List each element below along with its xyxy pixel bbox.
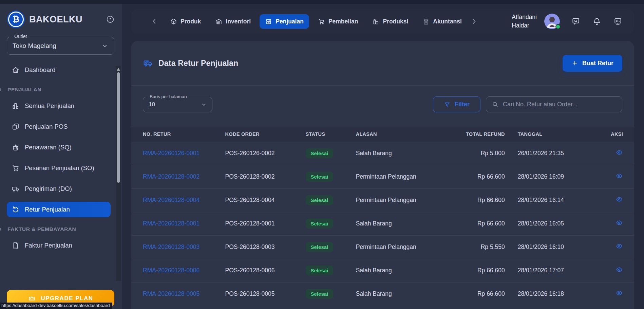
feedback-chat-icon[interactable] bbox=[571, 17, 580, 26]
returns-table-body: RMA-20260126-0001 POS-260126-0002 Selesa… bbox=[131, 142, 634, 306]
sidebar-item-faktur-penjualan[interactable]: Faktur Penjualan bbox=[7, 238, 111, 253]
view-detail-eye-icon[interactable] bbox=[615, 172, 623, 180]
header-no-retur: NO. RETUR bbox=[131, 127, 222, 142]
chevron-left-icon[interactable] bbox=[150, 17, 158, 25]
view-detail-eye-icon[interactable] bbox=[615, 266, 623, 273]
invoice-file-icon bbox=[12, 241, 20, 250]
chevron-down-icon bbox=[101, 42, 109, 50]
bakoelku-logo-icon: ₿ bbox=[8, 12, 24, 27]
outlet-select[interactable]: Outlet Toko Magelang bbox=[7, 37, 114, 55]
order-code-cell: POS-260128-0004 bbox=[222, 188, 302, 212]
factory-icon bbox=[372, 18, 379, 25]
total-refund-cell: Rp 5.000 bbox=[455, 142, 508, 165]
total-refund-cell: Rp 66.600 bbox=[455, 212, 508, 235]
sidebar-item-penawaran-sq[interactable]: Penawaran (SQ) bbox=[7, 140, 111, 155]
date-cell: 28/01/2026 16:18 bbox=[508, 282, 599, 306]
sidebar-item-label: Pengiriman (DO) bbox=[25, 185, 72, 193]
tab-label: Produksi bbox=[383, 18, 408, 25]
retur-number-link[interactable]: RMA-20260126-0001 bbox=[143, 150, 200, 157]
sidebar-item-pesanan-penjualan-so[interactable]: Pesanan Penjualan (SO) bbox=[7, 160, 111, 176]
retur-number-link[interactable]: RMA-20260128-0004 bbox=[143, 197, 200, 203]
tab-inventori[interactable]: Inventori bbox=[210, 14, 256, 29]
view-detail-eye-icon[interactable] bbox=[615, 219, 623, 226]
total-refund-cell: Rp 66.600 bbox=[455, 282, 508, 306]
retur-number-link[interactable]: RMA-20260128-0005 bbox=[143, 290, 200, 297]
search-input[interactable] bbox=[503, 101, 617, 108]
view-detail-eye-icon[interactable] bbox=[615, 289, 623, 297]
avatar[interactable] bbox=[544, 14, 560, 29]
return-arrow-icon bbox=[12, 205, 20, 214]
brand-name: BAKOELKU bbox=[29, 14, 82, 25]
status-badge: Selesai bbox=[306, 289, 334, 299]
sidebar-item-pengiriman-do[interactable]: Pengiriman (DO) bbox=[7, 181, 111, 197]
user-cluster: Affandani Haidar bbox=[512, 13, 622, 30]
tab-label: Produk bbox=[181, 18, 201, 25]
view-detail-eye-icon[interactable] bbox=[615, 149, 623, 156]
card-header: Data Retur Penjualan Buat Retur bbox=[131, 41, 634, 86]
sidebar-item-retur-penjualan[interactable]: Retur Penjualan bbox=[7, 202, 111, 217]
sidebar: ₿ BAKOELKU Outlet Toko Magelang Da bbox=[0, 4, 122, 309]
header-tanggal: TANGGAL bbox=[508, 127, 599, 142]
tab-produksi[interactable]: Produksi bbox=[367, 14, 414, 29]
scrollbar-up-arrow[interactable] bbox=[117, 68, 120, 71]
app-viewport: ₿ BAKOELKU Outlet Toko Magelang Da bbox=[0, 0, 644, 309]
main-area: Produk Inventori Penjualan bbox=[122, 4, 644, 309]
table-row: RMA-20260126-0001 POS-260126-0002 Selesa… bbox=[131, 142, 634, 165]
retur-number-link[interactable]: RMA-20260128-0002 bbox=[143, 173, 200, 180]
header-status: STATUS bbox=[302, 127, 353, 142]
app-shell: ₿ BAKOELKU Outlet Toko Magelang Da bbox=[0, 4, 644, 309]
filter-button[interactable]: Filter bbox=[433, 96, 480, 112]
retur-number-link[interactable]: RMA-20260128-0001 bbox=[143, 220, 200, 227]
tab-penjualan[interactable]: Penjualan bbox=[260, 14, 309, 29]
sidebar-item-label: Dashboard bbox=[25, 66, 56, 74]
reason-cell: Salah Barang bbox=[353, 142, 456, 165]
outlet-value: Toko Magelang bbox=[13, 42, 56, 50]
status-badge: Selesai bbox=[306, 242, 334, 252]
sidebar-item-label: Semua Penjualan bbox=[25, 102, 74, 110]
retur-number-link[interactable]: RMA-20260128-0006 bbox=[143, 267, 200, 274]
chevron-down-icon bbox=[201, 101, 207, 108]
sidebar-scrollbar[interactable] bbox=[116, 66, 121, 281]
table-header-row: NO. RETUR KODE ORDER STATUS ALASAN TOTAL… bbox=[131, 127, 634, 142]
tab-produk[interactable]: Produk bbox=[165, 14, 206, 29]
cube-icon bbox=[170, 18, 177, 25]
view-detail-eye-icon[interactable] bbox=[615, 242, 623, 250]
chevron-right-icon[interactable] bbox=[470, 17, 478, 25]
top-strip bbox=[0, 0, 644, 4]
header-kode-order: KODE ORDER bbox=[222, 127, 302, 142]
notifications-bell-icon[interactable] bbox=[592, 17, 601, 26]
rows-per-page-select[interactable]: Baris per halaman 10 bbox=[143, 97, 212, 112]
order-code-cell: POS-260126-0002 bbox=[222, 142, 302, 165]
table-controls: Baris per halaman 10 Filter bbox=[131, 96, 634, 112]
order-code-cell: POS-260128-0002 bbox=[222, 165, 302, 188]
sidebar-item-dashboard[interactable]: Dashboard bbox=[7, 62, 111, 78]
module-tabs: Produk Inventori Penjualan bbox=[165, 14, 467, 29]
topbar: Produk Inventori Penjualan bbox=[131, 9, 634, 34]
total-refund-cell: Rp 66.600 bbox=[455, 188, 508, 212]
store-icon bbox=[265, 18, 272, 25]
view-detail-eye-icon[interactable] bbox=[615, 196, 623, 203]
plus-icon bbox=[571, 60, 578, 67]
tab-pembelian[interactable]: Pembelian bbox=[312, 14, 364, 29]
topbar-icons bbox=[571, 17, 622, 26]
scrollbar-thumb[interactable] bbox=[117, 72, 120, 183]
sidebar-item-penjualan-pos[interactable]: Penjualan POS bbox=[7, 119, 111, 134]
status-badge: Selesai bbox=[306, 266, 334, 275]
monitor-dashboard-icon[interactable] bbox=[613, 17, 622, 26]
browser-status-url: https://dashboard-dev.bakoelku.com/sales… bbox=[0, 303, 112, 309]
brand-row: ₿ BAKOELKU bbox=[0, 4, 122, 27]
pos-copy-icon bbox=[12, 123, 20, 131]
bar-chart-icon bbox=[12, 102, 20, 110]
table-row: RMA-20260128-0006 POS-260128-0006 Selesa… bbox=[131, 259, 634, 282]
rows-per-page-label: Baris per halaman bbox=[147, 94, 189, 99]
tab-akuntansi[interactable]: Akuntansi bbox=[417, 14, 467, 29]
buat-retur-button[interactable]: Buat Retur bbox=[563, 55, 622, 72]
order-code-cell: POS-260128-0003 bbox=[222, 235, 302, 259]
sidebar-item-semua-penjualan[interactable]: Semua Penjualan bbox=[7, 98, 111, 114]
online-status-dot bbox=[555, 24, 561, 29]
retur-number-link[interactable]: RMA-20260128-0003 bbox=[143, 243, 200, 250]
date-cell: 28/01/2026 16:09 bbox=[508, 165, 599, 188]
order-code-cell: POS-260128-0006 bbox=[222, 259, 302, 282]
sidebar-toggle-icon[interactable] bbox=[106, 15, 115, 24]
date-cell: 28/01/2026 16:14 bbox=[508, 188, 599, 212]
